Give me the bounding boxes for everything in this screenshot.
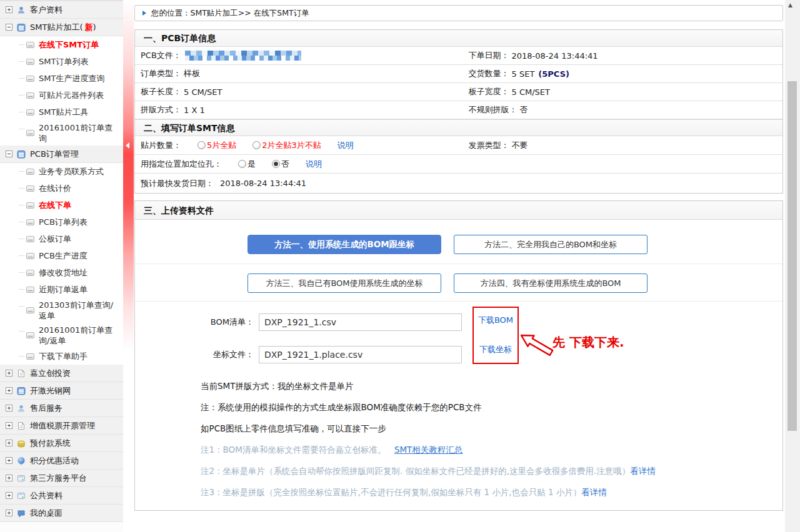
sidebar-item-smt-order-list[interactable]: SMT订单列表 — [0, 53, 123, 70]
expand-plus-icon[interactable] — [6, 370, 12, 377]
invoice-type-value: 不要 — [512, 140, 528, 151]
new-badge: 新 — [84, 22, 92, 32]
method4-button[interactable]: 方法四、我有坐标使用系统生成的BOM — [454, 273, 648, 293]
note3-details-link[interactable]: 看详情 — [581, 487, 607, 497]
pcb-file-censored-value — [185, 51, 301, 61]
sidebar-item-public-board-order[interactable]: 公板订单 — [0, 230, 123, 247]
sidebar-item-orders-before-20161001[interactable]: 20161001前订单查询 — [0, 121, 123, 145]
expand-plus-icon[interactable] — [6, 510, 12, 516]
smt-qty-label: 贴片数量： — [141, 140, 181, 151]
calendar-icon — [17, 150, 26, 159]
expand-plus-icon[interactable] — [6, 492, 12, 499]
radio-5-all-label[interactable]: 5片全贴 — [207, 140, 236, 151]
sidebar-item-orders-before-201303[interactable]: 201303前订单查询/返单 — [0, 298, 123, 323]
page-icon — [26, 253, 34, 259]
sidebar-group-customer-info[interactable]: 客户资料 — [0, 1, 123, 19]
row-ship-date: 预计最快发货日期：2018-08-24 13:44:41 — [135, 174, 782, 193]
order-info-panel: 一、PCB订单信息 PCB文件： 下单日期：2018-08-24 13:44:4… — [134, 29, 783, 194]
sidebar-group-after-sales[interactable]: 售后服务 — [0, 400, 123, 417]
sidebar-group-prepayment[interactable]: 预付款系统 — [0, 435, 123, 452]
radio-5-all[interactable] — [198, 141, 206, 149]
page-icon — [26, 42, 34, 48]
locating-hole-help-link[interactable]: 说明 — [306, 159, 322, 170]
page-icon — [26, 287, 34, 293]
sidebar-group-my-desktop[interactable]: 我的桌面 — [0, 505, 123, 522]
sidebar-item-orders-before-20161001-reorder[interactable]: 20161001前订单查询/返单 — [0, 323, 123, 348]
method3-button[interactable]: 方法三、我自已有BOM使用系统生成的坐标 — [248, 273, 441, 293]
sidebar-item-recent-reorder[interactable]: 近期订单返单 — [0, 281, 123, 298]
page-icon — [26, 59, 34, 65]
sidebar-group-laser-stencil[interactable]: 开激光钢网 — [0, 382, 123, 400]
download-first-annotation: 先 下载下来. — [552, 334, 624, 351]
upload-files-area: BOM清单： 坐标文件： 下载BOM 下载坐标 先 下载下来. 当前SMT拼版方… — [135, 302, 782, 503]
method2-button[interactable]: 方法二、完全用我自己的BOM和坐标 — [454, 235, 648, 254]
expand-plus-icon[interactable] — [6, 457, 12, 464]
sidebar-group-points-promo[interactable]: 积分优惠活动 — [0, 452, 123, 470]
method-buttons-row1: 方法一、使用系统生成的BOM跟坐标 方法二、完全用我自己的BOM和坐标 — [135, 235, 782, 254]
collapse-left-arrow-icon[interactable] — [126, 142, 129, 149]
sidebar-item-smt-tools[interactable]: SMT贴片工具 — [0, 104, 123, 121]
sidebar-group-label: SMT贴片加工(新) — [30, 22, 96, 33]
red-annotation-arrow-icon — [519, 332, 556, 358]
radio-locating-yes-label[interactable]: 是 — [248, 159, 256, 170]
download-place-link[interactable]: 下载坐标 — [479, 344, 512, 355]
place-file-input[interactable] — [259, 346, 462, 363]
sidebar-group-pcb-orders[interactable]: PCB订单管理 — [0, 145, 123, 163]
radio-locating-no-label[interactable]: 否 — [281, 159, 289, 170]
download-bom-link[interactable]: 下载BOM — [478, 315, 513, 326]
delivery-qty-label: 交货数量： — [469, 68, 509, 79]
order-date-label: 下单日期： — [469, 50, 509, 61]
sidebar-item-download-order-helper[interactable]: 下载下单助手 — [0, 348, 123, 365]
sidebar-item-mountable-parts[interactable]: 可贴片元器件列表 — [0, 87, 123, 104]
sidebar-item-online-smt-order[interactable]: 在线下SMT订单 — [0, 36, 123, 53]
pcb-file-label: PCB文件： — [141, 50, 181, 61]
coins-icon — [17, 439, 26, 448]
note2-details-link[interactable]: 看详情 — [630, 466, 656, 476]
sidebar-group-third-party-platform[interactable]: 第三方服务平台 — [0, 470, 123, 487]
order-date-value: 2018-08-24 13:44:41 — [512, 51, 598, 61]
download-links-highlight-box: 下载BOM 下载坐标 — [472, 307, 519, 364]
panel-mode-label: 拼版方式： — [141, 104, 181, 116]
sidebar-group-label: 客户资料 — [30, 4, 62, 16]
sidebar-item-online-order[interactable]: 在线下单 — [0, 197, 123, 214]
sidebar-item-pcb-order-list[interactable]: PCB订单列表 — [0, 214, 123, 230]
expand-plus-icon[interactable] — [6, 440, 12, 446]
smt-tutorials-link[interactable]: SMT相关教程汇总 — [394, 445, 462, 455]
method1-button[interactable]: 方法一、使用系统生成的BOM跟坐标 — [248, 235, 441, 254]
vertical-scrollbar[interactable]: ▲ — [785, 0, 800, 532]
expand-plus-icon[interactable] — [6, 405, 12, 411]
radio-2-of-5[interactable] — [252, 141, 261, 149]
section1-title: 一、PCB订单信息 — [135, 30, 782, 47]
scroll-up-arrow-icon[interactable]: ▲ — [788, 2, 792, 8]
expand-plus-icon[interactable] — [6, 6, 12, 13]
sidebar-group-public-resources[interactable]: 公共资料 — [0, 487, 123, 505]
irregular-panel-label: 不规则拼版： — [469, 104, 518, 116]
smt-qty-help-link[interactable]: 说明 — [338, 140, 354, 151]
sidebar-group-jlc-investment[interactable]: 嘉立创投资 — [0, 365, 123, 382]
scrollbar-thumb[interactable] — [788, 81, 797, 431]
sidebar-children-pcb: 业务专员联系方式 在线计价 在线下单 PCB订单列表 公板订单 PCB生产进度 … — [0, 163, 123, 365]
sidebar-item-online-quote[interactable]: 在线计价 — [0, 180, 123, 197]
collapse-minus-icon[interactable] — [6, 24, 12, 31]
person-icon — [17, 404, 26, 413]
board-width-value: 5 CM/SET — [512, 87, 550, 97]
page-icon — [26, 185, 34, 192]
sidebar-group-smt-processing[interactable]: SMT贴片加工(新) — [0, 19, 123, 36]
note3: 注3：坐标是拼版（完全按照坐标位置贴片,不会进行任何复制,假如坐标只有 1 小片… — [201, 481, 782, 503]
sidebar-collapse-strip[interactable] — [123, 0, 134, 532]
sidebar-item-pcb-progress[interactable]: PCB生产进度 — [0, 247, 123, 264]
page-icon — [26, 109, 34, 116]
sidebar-item-change-address[interactable]: 修改收货地址 — [0, 264, 123, 281]
radio-locating-yes[interactable] — [238, 160, 246, 168]
collapse-minus-icon[interactable] — [6, 150, 12, 157]
bom-file-input[interactable] — [259, 313, 462, 331]
expand-plus-icon[interactable] — [6, 475, 12, 481]
sidebar-item-smt-progress[interactable]: SMT生产进度查询 — [0, 70, 123, 87]
radio-2-of-5-label[interactable]: 2片全贴3片不贴 — [262, 140, 321, 151]
expand-plus-icon[interactable] — [6, 422, 12, 429]
sidebar-group-vat-invoice[interactable]: 增值税票开票管理 — [0, 417, 123, 435]
sidebar-item-specialist-contact[interactable]: 业务专员联系方式 — [0, 163, 123, 180]
expand-plus-icon[interactable] — [6, 387, 12, 394]
radio-locating-no[interactable] — [272, 160, 280, 168]
breadcrumb: 您的位置：SMT贴片加工>> 在线下SMT订单 — [134, 5, 783, 21]
